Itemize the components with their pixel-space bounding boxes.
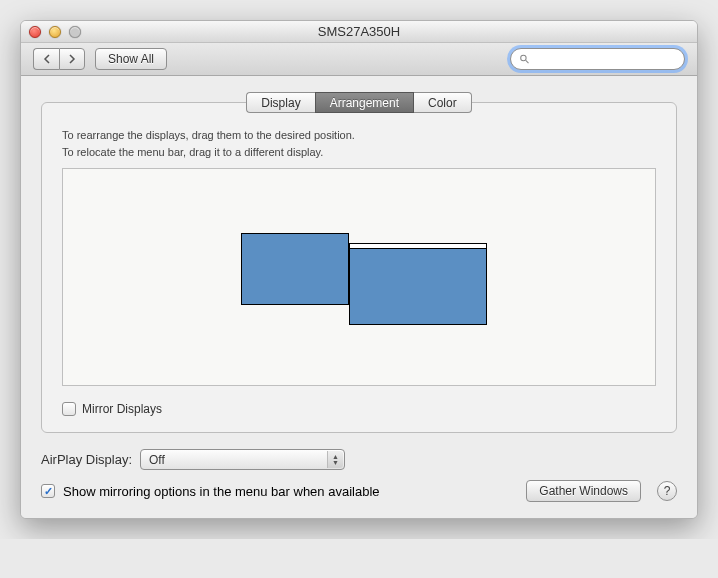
gather-windows-label: Gather Windows [539,484,628,498]
stepper-icon: ▲▼ [327,451,343,468]
mirror-displays-row: Mirror Displays [62,402,656,416]
airplay-label: AirPlay Display: [41,452,132,467]
lower-controls: AirPlay Display: Off ▲▼ Show mirroring o… [41,433,677,502]
svg-line-1 [526,60,529,63]
close-icon[interactable] [29,26,41,38]
tab-color-label: Color [428,96,457,110]
minimize-icon[interactable] [49,26,61,38]
show-all-button[interactable]: Show All [95,48,167,70]
tab-arrangement-label: Arrangement [330,96,399,110]
preferences-window: SMS27A350H Show All Display Arrangement … [20,20,698,519]
menubar-handle[interactable] [349,243,487,249]
display-secondary[interactable] [241,233,349,305]
window-title: SMS27A350H [21,24,697,39]
tab-color[interactable]: Color [414,92,472,113]
tab-bar: Display Arrangement Color [41,76,677,113]
display-arrangement-area[interactable] [62,168,656,386]
display-primary[interactable] [349,243,487,325]
tab-display-label: Display [261,96,300,110]
show-all-label: Show All [108,52,154,66]
forward-button[interactable] [59,48,85,70]
search-field[interactable] [510,48,685,70]
back-button[interactable] [33,48,59,70]
nav-buttons [33,48,85,70]
arrangement-pane: To rearrange the displays, drag them to … [41,102,677,433]
show-mirroring-label: Show mirroring options in the menu bar w… [63,484,380,499]
traffic-lights [29,26,81,38]
content: Display Arrangement Color To rearrange t… [21,76,697,518]
help-button[interactable]: ? [657,481,677,501]
airplay-row: AirPlay Display: Off ▲▼ [41,449,677,470]
search-input[interactable] [534,51,676,67]
instructions: To rearrange the displays, drag them to … [62,127,656,160]
gather-windows-button[interactable]: Gather Windows [526,480,641,502]
mirror-displays-checkbox[interactable] [62,402,76,416]
toolbar: Show All [21,43,697,76]
tab-display[interactable]: Display [246,92,314,113]
titlebar: SMS27A350H [21,21,697,43]
svg-point-0 [521,55,526,60]
footer-row: Show mirroring options in the menu bar w… [41,480,677,502]
tab-arrangement[interactable]: Arrangement [315,92,414,113]
instruction-line-1: To rearrange the displays, drag them to … [62,127,656,144]
zoom-icon[interactable] [69,26,81,38]
search-icon [519,53,530,65]
airplay-value: Off [149,453,165,467]
show-mirroring-checkbox[interactable] [41,484,55,498]
mirror-displays-label: Mirror Displays [82,402,162,416]
airplay-popup[interactable]: Off ▲▼ [140,449,345,470]
instruction-line-2: To relocate the menu bar, drag it to a d… [62,144,656,161]
